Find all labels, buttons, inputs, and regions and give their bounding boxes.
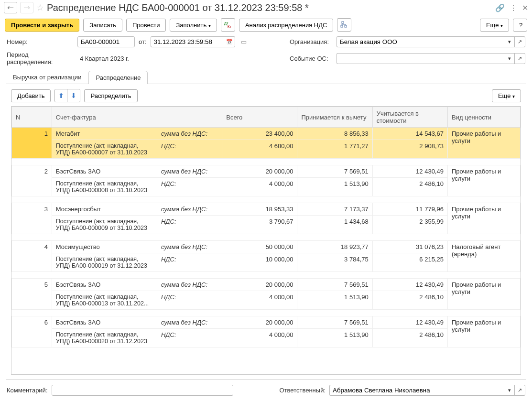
table-row[interactable]: 5БэстСвязь ЗАОсумма без НДС:20 000,007 5… <box>12 279 521 291</box>
move-up-button[interactable]: ⬆ <box>55 89 67 102</box>
cell-cost-vat: 2 486,10 <box>372 329 447 347</box>
cell-label-vat: НДС: <box>157 140 222 159</box>
help-button[interactable]: ? <box>513 19 527 32</box>
cell-deduct-sum: 18 923,77 <box>297 241 372 253</box>
table-row-sub[interactable]: Поступление (акт, накладная, УПД) БА00-0… <box>12 253 521 272</box>
favorite-star-icon[interactable]: ☆ <box>36 2 44 13</box>
dropdown-icon[interactable]: ▾ <box>504 385 515 396</box>
dtkt-button[interactable]: ДтКт <box>221 18 235 32</box>
cell-total-vat: 4 000,00 <box>222 329 297 347</box>
cell-label-vat: НДС: <box>157 178 222 196</box>
cell-deduct-vat: 1 434,68 <box>297 216 372 234</box>
org-input[interactable] <box>337 36 504 47</box>
cell-doc: Поступление (акт, накладная, УПД) БА00-0… <box>52 329 157 347</box>
cell-deduct-vat: 1 771,27 <box>297 140 372 159</box>
open-icon[interactable]: ↗ <box>515 36 525 47</box>
col-label[interactable] <box>157 107 222 128</box>
distribution-table: N Счет-фактура Всего Принимается к вычет… <box>11 107 521 354</box>
table-row-sub[interactable]: Поступление (акт, накладная, УПД) БА00-0… <box>12 329 521 347</box>
calendar-icon[interactable]: 📅 <box>225 36 235 47</box>
col-total[interactable]: Всего <box>222 107 297 128</box>
row-spacer <box>12 272 521 279</box>
table-row-sub[interactable]: Поступление (акт, накладная, УПД) БА00-0… <box>12 216 521 234</box>
tab-distribution[interactable]: Распределение <box>88 71 148 84</box>
cell-type: Прочие работы и услуги <box>447 203 520 234</box>
cell-counterparty: Мосэнергосбыт <box>52 203 157 216</box>
table-row[interactable]: 1Мегабитсумма без НДС:23 400,008 856,331… <box>12 128 521 140</box>
cell-label-vat: НДС: <box>157 253 222 272</box>
table-row[interactable]: 6БэстСвязь ЗАОсумма без НДС:20 000,007 5… <box>12 316 521 329</box>
org-input-group: ▾ ↗ <box>337 36 525 47</box>
post-button[interactable]: Провести <box>126 19 166 32</box>
save-button[interactable]: Записать <box>83 19 122 32</box>
chevron-down-icon: ▾ <box>500 23 503 28</box>
cell-counterparty: БэстСвязь ЗАО <box>52 316 157 329</box>
more-button[interactable]: Еще ▾ <box>480 19 509 32</box>
cell-n: 1 <box>12 128 52 159</box>
table-row[interactable]: 3Мосэнергосбытсумма без НДС:18 953,337 1… <box>12 203 521 216</box>
cell-deduct-sum: 7 173,37 <box>297 203 372 216</box>
link-icon[interactable]: 🔗 <box>495 3 505 12</box>
tab-revenue[interactable]: Выручка от реализации <box>6 70 88 84</box>
distribution-table-container[interactable]: N Счет-фактура Всего Принимается к вычет… <box>11 106 521 375</box>
cell-cost-vat: 2 908,73 <box>372 140 447 159</box>
col-cost[interactable]: Учитывается в стоимости <box>372 107 447 128</box>
move-buttons: ⬆ ⬇ <box>54 89 80 102</box>
comment-input[interactable] <box>52 385 233 396</box>
responsible-input[interactable] <box>329 385 504 396</box>
responsible-input-group: ▾ ↗ <box>329 385 525 396</box>
table-row-sub[interactable]: Поступление (акт, накладная, УПД) БА00-0… <box>12 291 521 310</box>
structure-button[interactable] <box>337 18 351 32</box>
col-deduct[interactable]: Принимается к вычету <box>297 107 372 128</box>
fill-button[interactable]: Заполнить ▾ <box>170 19 217 32</box>
add-button[interactable]: Добавить <box>11 89 51 102</box>
panel-more-button[interactable]: Еще ▾ <box>492 89 521 102</box>
col-type[interactable]: Вид ценности <box>447 107 520 128</box>
cell-cost-sum: 11 779,96 <box>372 203 447 216</box>
cell-n: 6 <box>12 316 52 347</box>
cell-label-vat: НДС: <box>157 291 222 310</box>
event-input[interactable] <box>337 53 504 64</box>
close-icon[interactable]: ✕ <box>522 3 528 12</box>
kebab-menu-icon[interactable]: ⋮ <box>510 3 517 12</box>
event-input-group: ▾ ↗ <box>337 53 525 64</box>
svg-rect-3 <box>341 25 343 27</box>
period-value: 4 Квартал 2023 г. <box>80 55 129 62</box>
dropdown-icon[interactable]: ▾ <box>504 53 515 64</box>
table-row[interactable]: 4Мосимуществосумма без НДС:50 000,0018 9… <box>12 241 521 253</box>
cell-n: 3 <box>12 203 52 234</box>
cell-total-sum: 50 000,00 <box>222 241 297 253</box>
open-icon[interactable]: ↗ <box>515 53 525 64</box>
cell-label-sum: сумма без НДС: <box>157 165 222 178</box>
dropdown-icon[interactable]: ▾ <box>504 36 515 47</box>
cell-deduct-sum: 8 856,33 <box>297 128 372 140</box>
bottom-row: Комментарий: Ответственный: ▾ ↗ <box>0 380 532 401</box>
number-label: Номер: <box>7 38 74 45</box>
cell-total-vat: 4 000,00 <box>222 291 297 310</box>
cell-deduct-sum: 7 569,51 <box>297 279 372 291</box>
panel-toolbar: Добавить ⬆ ⬇ Распределить Еще ▾ <box>11 89 521 102</box>
date-input[interactable] <box>151 36 225 47</box>
cell-doc: Поступление (акт, накладная, УПД) БА00-0… <box>52 253 157 272</box>
prev-period-icon[interactable]: ▭ <box>241 38 247 45</box>
number-input[interactable] <box>77 36 135 47</box>
responsible-label: Ответственный: <box>280 387 326 394</box>
cell-label-sum: сумма без НДС: <box>157 128 222 140</box>
analysis-button[interactable]: Анализ распределения НДС <box>239 19 334 32</box>
table-row[interactable]: 2БэстСвязь ЗАОсумма без НДС:20 000,007 5… <box>12 165 521 178</box>
move-down-button[interactable]: ⬇ <box>67 89 80 102</box>
nav-back-button[interactable]: 🡐 <box>4 2 17 13</box>
nav-forward-button[interactable]: 🡒 <box>20 2 33 13</box>
form-row-2: Период распределения: 4 Квартал 2023 г. … <box>0 49 532 67</box>
post-and-close-button[interactable]: Провести и закрыть <box>5 19 79 32</box>
table-row-sub[interactable]: Поступление (акт, накладная, УПД) БА00-0… <box>12 178 521 196</box>
table-row-sub[interactable]: Поступление (акт, накладная, УПД) БА00-0… <box>12 140 521 159</box>
cell-doc: Поступление (акт, накладная, УПД) БА00-0… <box>52 178 157 196</box>
cell-label-sum: сумма без НДС: <box>157 279 222 291</box>
open-icon[interactable]: ↗ <box>515 385 525 396</box>
col-n[interactable]: N <box>12 107 52 128</box>
col-sf[interactable]: Счет-фактура <box>52 107 157 128</box>
distribute-button[interactable]: Распределить <box>84 89 137 102</box>
cell-cost-sum: 14 543,67 <box>372 128 447 140</box>
cell-doc: Поступление (акт, накладная, УПД) БА00-0… <box>52 291 157 310</box>
